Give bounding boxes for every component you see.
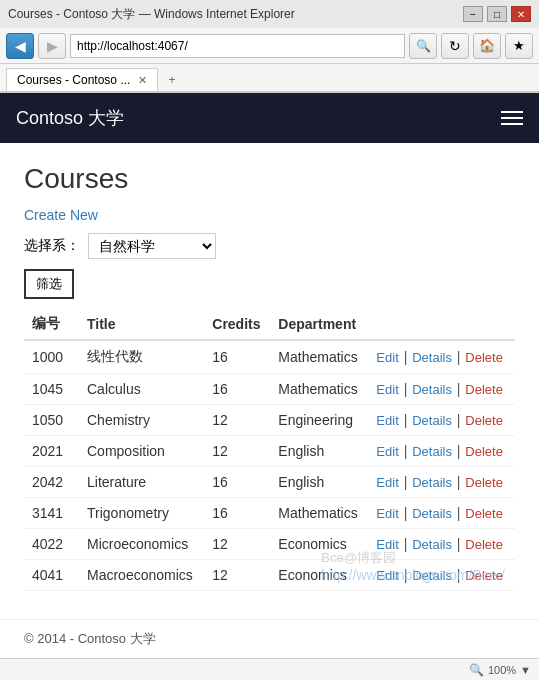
cell-title: Microeconomics (79, 529, 204, 560)
page-title: Courses (24, 163, 515, 195)
zoom-level: 100% (488, 664, 516, 676)
favorites-button[interactable]: ★ (505, 33, 533, 59)
new-tab-button[interactable]: + (160, 69, 183, 91)
sep-1: | (404, 349, 412, 365)
address-bar[interactable] (70, 34, 405, 58)
edit-link[interactable]: Edit (376, 568, 398, 583)
details-link[interactable]: Details (412, 350, 452, 365)
cell-title: Chemistry (79, 405, 204, 436)
department-select[interactable]: 自然科学 Mathematics Engineering English Eco… (88, 233, 216, 259)
table-row: 4022 Microeconomics 12 Economics Edit | … (24, 529, 515, 560)
cell-title: Literature (79, 467, 204, 498)
sep-1: | (404, 474, 412, 490)
delete-link[interactable]: Delete (465, 537, 503, 552)
table-container: 编号 Title Credits Department 1000 线性代数 16… (24, 309, 515, 591)
home-button[interactable]: 🏠 (473, 33, 501, 59)
maximize-button[interactable]: □ (487, 6, 507, 22)
cell-actions: Edit | Details | Delete (368, 340, 515, 374)
sep-2: | (457, 474, 465, 490)
sep-2: | (457, 412, 465, 428)
cell-title: Macroeconomics (79, 560, 204, 591)
zoom-dropdown-icon[interactable]: ▼ (520, 664, 531, 676)
sep-1: | (404, 381, 412, 397)
cell-department: Mathematics (270, 340, 368, 374)
app-title: Contoso 大学 (16, 106, 124, 130)
edit-link[interactable]: Edit (376, 382, 398, 397)
edit-link[interactable]: Edit (376, 537, 398, 552)
delete-link[interactable]: Delete (465, 413, 503, 428)
tab-close-icon[interactable]: ✕ (138, 74, 147, 87)
cell-actions: Edit | Details | Delete (368, 405, 515, 436)
cell-id: 2042 (24, 467, 79, 498)
cell-title: Calculus (79, 374, 204, 405)
window-controls: − □ ✕ (463, 6, 531, 22)
cell-id: 3141 (24, 498, 79, 529)
cell-department: Engineering (270, 405, 368, 436)
table-row: 2042 Literature 16 English Edit | Detail… (24, 467, 515, 498)
filter-row: 选择系： 自然科学 Mathematics Engineering Englis… (24, 233, 515, 259)
cell-id: 2021 (24, 436, 79, 467)
cell-department: English (270, 436, 368, 467)
details-link[interactable]: Details (412, 568, 452, 583)
col-header-id: 编号 (24, 309, 79, 340)
delete-link[interactable]: Delete (465, 475, 503, 490)
refresh-button[interactable]: ↻ (441, 33, 469, 59)
details-link[interactable]: Details (412, 506, 452, 521)
cell-department: Economics (270, 560, 368, 591)
cell-id: 1000 (24, 340, 79, 374)
table-row: 3141 Trigonometry 16 Mathematics Edit | … (24, 498, 515, 529)
create-new-link[interactable]: Create New (24, 207, 98, 223)
window-title: Courses - Contoso 大学 — Windows Internet … (8, 6, 295, 23)
hamburger-line-2 (501, 117, 523, 119)
close-button[interactable]: ✕ (511, 6, 531, 22)
search-button[interactable]: 🔍 (409, 33, 437, 59)
delete-link[interactable]: Delete (465, 568, 503, 583)
edit-link[interactable]: Edit (376, 413, 398, 428)
sep-2: | (457, 381, 465, 397)
cell-actions: Edit | Details | Delete (368, 467, 515, 498)
delete-link[interactable]: Delete (465, 506, 503, 521)
sep-2: | (457, 567, 465, 583)
delete-link[interactable]: Delete (465, 444, 503, 459)
sep-2: | (457, 349, 465, 365)
delete-link[interactable]: Delete (465, 350, 503, 365)
nav-bar: ◀ ▶ 🔍 ↻ 🏠 ★ (0, 28, 539, 64)
details-link[interactable]: Details (412, 413, 452, 428)
back-button[interactable]: ◀ (6, 33, 34, 59)
footer: © 2014 - Contoso 大学 (0, 619, 539, 658)
sep-2: | (457, 536, 465, 552)
cell-title: 线性代数 (79, 340, 204, 374)
title-bar: Courses - Contoso 大学 — Windows Internet … (0, 0, 539, 28)
zoom-icon: 🔍 (469, 663, 484, 677)
cell-credits: 16 (204, 467, 270, 498)
forward-button[interactable]: ▶ (38, 33, 66, 59)
sep-1: | (404, 536, 412, 552)
cell-credits: 12 (204, 560, 270, 591)
table-row: 1050 Chemistry 12 Engineering Edit | Det… (24, 405, 515, 436)
details-link[interactable]: Details (412, 537, 452, 552)
hamburger-line-1 (501, 111, 523, 113)
hamburger-menu[interactable] (501, 111, 523, 125)
browser-chrome: Courses - Contoso 大学 — Windows Internet … (0, 0, 539, 93)
edit-link[interactable]: Edit (376, 506, 398, 521)
details-link[interactable]: Details (412, 475, 452, 490)
filter-button[interactable]: 筛选 (24, 269, 74, 299)
table-row: 1000 线性代数 16 Mathematics Edit | Details … (24, 340, 515, 374)
cell-credits: 16 (204, 374, 270, 405)
edit-link[interactable]: Edit (376, 444, 398, 459)
cell-credits: 16 (204, 340, 270, 374)
edit-link[interactable]: Edit (376, 475, 398, 490)
table-row: 2021 Composition 12 English Edit | Detai… (24, 436, 515, 467)
edit-link[interactable]: Edit (376, 350, 398, 365)
delete-link[interactable]: Delete (465, 382, 503, 397)
cell-id: 1045 (24, 374, 79, 405)
details-link[interactable]: Details (412, 444, 452, 459)
table-header-row: 编号 Title Credits Department (24, 309, 515, 340)
details-link[interactable]: Details (412, 382, 452, 397)
sep-1: | (404, 505, 412, 521)
minimize-button[interactable]: − (463, 6, 483, 22)
hamburger-line-3 (501, 123, 523, 125)
cell-actions: Edit | Details | Delete (368, 498, 515, 529)
col-header-credits: Credits (204, 309, 270, 340)
active-tab[interactable]: Courses - Contoso ... ✕ (6, 68, 158, 91)
